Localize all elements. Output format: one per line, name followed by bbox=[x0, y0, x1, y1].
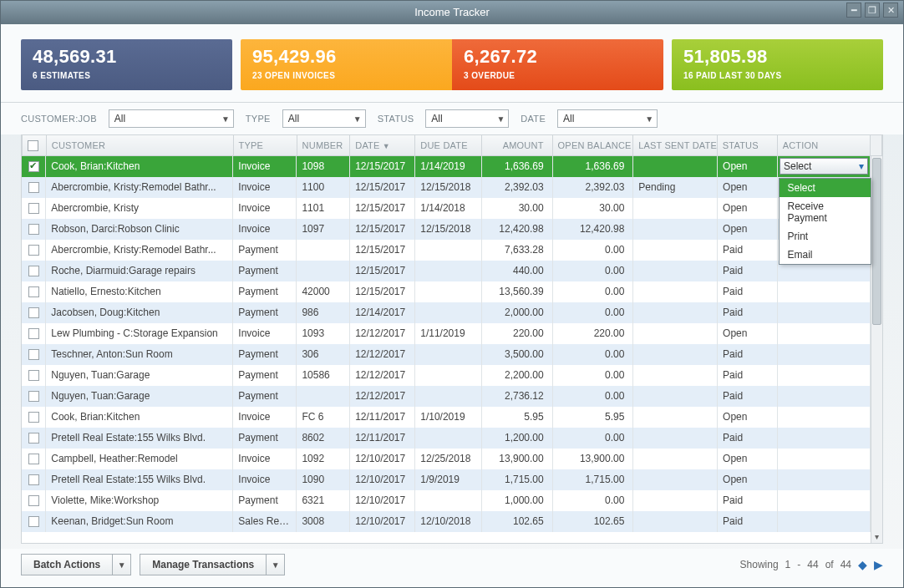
table-row[interactable]: Jacobsen, Doug:KitchenPayment98612/14/20… bbox=[22, 302, 882, 323]
cell-type: Sales Rec... bbox=[233, 511, 297, 532]
unpaid-card[interactable]: 95,429.96 23 OPEN INVOICES bbox=[241, 39, 452, 90]
scrollbar-thumb[interactable] bbox=[872, 158, 881, 325]
pager-next-button[interactable]: ▶ bbox=[874, 558, 883, 571]
status-filter-combo[interactable]: All▼ bbox=[425, 109, 509, 128]
table-row[interactable]: Natiello, Ernesto:KitchenPayment4200012/… bbox=[22, 281, 882, 302]
col-type[interactable]: TYPE bbox=[233, 135, 297, 155]
cell-action[interactable] bbox=[778, 344, 871, 365]
row-checkbox[interactable] bbox=[28, 328, 39, 339]
cell-openbal: 0.00 bbox=[552, 240, 633, 261]
col-status[interactable]: STATUS bbox=[717, 135, 777, 155]
row-checkbox[interactable] bbox=[28, 412, 39, 423]
chevron-down-icon[interactable]: ▼ bbox=[112, 555, 130, 575]
row-checkbox[interactable] bbox=[28, 161, 39, 172]
table-row[interactable]: Roche, Diarmuid:Garage repairsPayment12/… bbox=[22, 261, 882, 281]
window-maximize-button[interactable]: ❐ bbox=[865, 3, 880, 18]
table-row[interactable]: Abercrombie, Kristy:Remodel Bathr...Invo… bbox=[22, 177, 882, 198]
row-checkbox[interactable] bbox=[28, 433, 39, 444]
transactions-table: CUSTOMER TYPE NUMBER DATE ▼ DUE DATE AMO… bbox=[21, 134, 883, 544]
col-number[interactable]: NUMBER bbox=[297, 135, 350, 155]
col-amount[interactable]: AMOUNT bbox=[482, 135, 552, 155]
table-row[interactable]: Pretell Real Estate:155 Wilks Blvd.Invoi… bbox=[22, 469, 882, 490]
table-row[interactable]: Teschner, Anton:Sun RoomPayment30612/12/… bbox=[22, 344, 882, 365]
row-checkbox[interactable] bbox=[28, 266, 39, 276]
paid-card[interactable]: 51,805.98 16 PAID LAST 30 DAYS bbox=[672, 39, 883, 90]
cell-due bbox=[415, 428, 482, 449]
row-checkbox[interactable] bbox=[28, 182, 39, 193]
select-all-header[interactable] bbox=[23, 135, 47, 155]
table-row[interactable]: Keenan, Bridget:Sun RoomSales Rec...3008… bbox=[22, 511, 882, 532]
col-customer[interactable]: CUSTOMER bbox=[46, 135, 233, 155]
manage-transactions-button[interactable]: Manage Transactions ▼ bbox=[140, 554, 285, 575]
cell-action[interactable] bbox=[778, 428, 871, 449]
table-row[interactable]: Abercrombie, Kristy:Remodel Bathr...Paym… bbox=[22, 240, 882, 261]
scroll-down-icon[interactable]: ▾ bbox=[871, 532, 882, 541]
col-action[interactable]: ACTION bbox=[777, 135, 870, 155]
col-due[interactable]: DUE DATE bbox=[415, 135, 482, 155]
row-checkbox[interactable] bbox=[28, 224, 39, 235]
row-checkbox[interactable] bbox=[28, 391, 39, 402]
chevron-down-icon[interactable]: ▼ bbox=[266, 555, 284, 575]
cell-action[interactable] bbox=[778, 281, 871, 302]
cell-action[interactable] bbox=[778, 365, 871, 386]
action-select[interactable]: Select▾ bbox=[780, 158, 868, 175]
action-option[interactable]: Email bbox=[780, 246, 871, 264]
action-option[interactable]: Select bbox=[780, 179, 871, 197]
col-openbal[interactable]: OPEN BALANCE bbox=[552, 135, 633, 155]
row-checkbox[interactable] bbox=[28, 203, 39, 214]
row-checkbox[interactable] bbox=[28, 349, 39, 360]
cell-action[interactable] bbox=[778, 407, 871, 428]
date-filter-combo[interactable]: All▼ bbox=[557, 109, 658, 128]
table-row[interactable]: Cook, Brian:KitchenInvoiceFC 612/11/2017… bbox=[22, 407, 882, 428]
window-close-button[interactable]: ✕ bbox=[883, 3, 898, 18]
unbilled-sub: 6 ESTIMATES bbox=[33, 71, 221, 80]
cell-action[interactable] bbox=[778, 323, 871, 344]
row-checkbox[interactable] bbox=[28, 307, 39, 318]
table-row[interactable]: Nguyen, Tuan:GaragePayment1058612/12/201… bbox=[22, 365, 882, 386]
row-checkbox[interactable] bbox=[28, 516, 39, 527]
table-row[interactable]: Lew Plumbing - C:Storage ExpansionInvoic… bbox=[22, 323, 882, 344]
cell-action[interactable] bbox=[778, 511, 871, 532]
table-row[interactable]: Abercrombie, KristyInvoice110112/15/2017… bbox=[22, 198, 882, 219]
col-lastsent[interactable]: LAST SENT DATE bbox=[633, 135, 718, 155]
cell-action[interactable] bbox=[778, 302, 871, 323]
table-row[interactable]: Robson, Darci:Robson ClinicInvoice109712… bbox=[22, 219, 882, 240]
table-row[interactable]: Campbell, Heather:RemodelInvoice109212/1… bbox=[22, 449, 882, 469]
cell-customer: Pretell Real Estate:155 Wilks Blvd. bbox=[46, 428, 233, 449]
cell-action[interactable] bbox=[778, 469, 871, 490]
action-option[interactable]: Print bbox=[780, 227, 871, 246]
cell-action[interactable] bbox=[778, 490, 871, 511]
row-checkbox[interactable] bbox=[28, 245, 39, 256]
row-checkbox[interactable] bbox=[28, 454, 39, 464]
action-option[interactable]: Receive Payment bbox=[780, 197, 871, 227]
row-checkbox[interactable] bbox=[28, 474, 39, 485]
paid-sub: 16 PAID LAST 30 DAYS bbox=[683, 71, 871, 80]
cell-date: 12/10/2017 bbox=[350, 511, 415, 532]
overdue-card[interactable]: 6,267.72 3 OVERDUE bbox=[452, 39, 663, 90]
cell-lastsent bbox=[633, 198, 718, 219]
cell-number bbox=[297, 240, 350, 261]
batch-actions-button[interactable]: Batch Actions ▼ bbox=[21, 554, 131, 575]
cell-action[interactable] bbox=[778, 449, 871, 469]
vertical-scrollbar[interactable]: ▾ bbox=[871, 156, 882, 543]
row-checkbox[interactable] bbox=[28, 370, 39, 381]
cell-customer: Abercrombie, Kristy:Remodel Bathr... bbox=[46, 240, 233, 261]
checkbox-icon[interactable] bbox=[28, 140, 38, 151]
table-row[interactable]: Violette, Mike:WorkshopPayment632112/10/… bbox=[22, 490, 882, 511]
row-checkbox[interactable] bbox=[28, 495, 39, 506]
cell-amount: 2,200.00 bbox=[482, 365, 552, 386]
unbilled-card[interactable]: 48,569.31 6 ESTIMATES bbox=[21, 39, 232, 90]
pager-prev-button[interactable]: ◆ bbox=[858, 558, 867, 571]
cell-lastsent bbox=[633, 490, 718, 511]
unpaid-amount: 95,429.96 bbox=[252, 46, 440, 68]
table-row[interactable]: Pretell Real Estate:155 Wilks Blvd.Payme… bbox=[22, 428, 882, 449]
col-date[interactable]: DATE ▼ bbox=[350, 135, 415, 155]
row-checkbox[interactable] bbox=[28, 286, 39, 297]
type-filter-combo[interactable]: All▼ bbox=[282, 109, 366, 128]
table-row[interactable]: Nguyen, Tuan:GaragePayment12/12/20172,73… bbox=[22, 386, 882, 407]
customer-filter-combo[interactable]: All▼ bbox=[109, 109, 234, 128]
window-minimize-button[interactable]: ━ bbox=[846, 3, 861, 18]
table-row[interactable]: Cook, Brian:KitchenInvoice109812/15/2017… bbox=[22, 156, 882, 177]
action-dropdown-popup[interactable]: SelectReceive PaymentPrintEmail bbox=[779, 178, 871, 265]
cell-action[interactable] bbox=[778, 386, 871, 407]
